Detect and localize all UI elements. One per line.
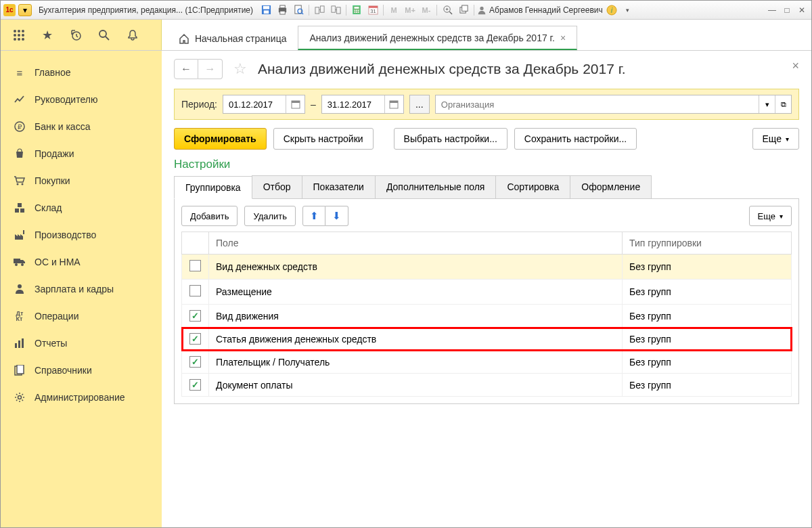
- sidebar-item-operations[interactable]: ДтКтОперации: [1, 303, 162, 330]
- grid-more-button[interactable]: Еще▾: [749, 206, 792, 226]
- sidebar-item-catalogs[interactable]: Справочники: [1, 357, 162, 384]
- svg-point-37: [18, 34, 20, 37]
- tab-filter[interactable]: Отбор: [252, 175, 302, 198]
- hide-settings-button[interactable]: Скрыть настройки: [273, 128, 374, 150]
- svg-rect-20: [358, 12, 359, 13]
- row-field: Вид денежных средств: [209, 255, 623, 280]
- svg-rect-53: [14, 259, 20, 263]
- zoom-in-icon[interactable]: [440, 3, 455, 17]
- search-icon[interactable]: [97, 28, 112, 43]
- content-close-button[interactable]: ×: [792, 59, 799, 73]
- close-window-button[interactable]: ✕: [795, 4, 809, 16]
- maximize-button[interactable]: □: [780, 4, 794, 16]
- row-type: Без групп: [623, 351, 792, 374]
- tab-sort[interactable]: Сортировка: [495, 175, 570, 198]
- row-checkbox[interactable]: ✓: [189, 379, 201, 391]
- ruble-icon: ₽: [13, 120, 26, 133]
- sidebar-item-warehouse[interactable]: Склад: [1, 194, 162, 221]
- table-row[interactable]: Вид денежных средствБез групп: [182, 255, 792, 280]
- print-icon[interactable]: [275, 3, 290, 17]
- sidebar-item-bank[interactable]: ₽Банк и касса: [1, 113, 162, 140]
- choose-settings-button[interactable]: Выбрать настройки...: [394, 128, 508, 150]
- table-row[interactable]: ✓Документ оплатыБез групп: [182, 374, 792, 397]
- period-picker-button[interactable]: ...: [409, 95, 430, 114]
- calendar-to-icon[interactable]: [384, 95, 403, 113]
- calculator-icon[interactable]: [349, 3, 364, 17]
- m-icon[interactable]: M: [386, 3, 401, 17]
- apps-icon[interactable]: [12, 28, 26, 43]
- m-plus-icon[interactable]: M+: [403, 3, 418, 17]
- organization-input[interactable]: ▾ ⧉: [435, 95, 792, 114]
- svg-rect-16: [356, 10, 357, 12]
- tab-home[interactable]: Начальная страница: [167, 26, 298, 50]
- tab-report[interactable]: Анализ движений денежных средств за Дека…: [298, 26, 577, 50]
- delete-button[interactable]: Удалить: [244, 206, 296, 226]
- sidebar-item-main[interactable]: ≡Главное: [1, 59, 162, 86]
- save-icon[interactable]: [258, 3, 273, 17]
- svg-rect-66: [390, 101, 398, 103]
- generate-button[interactable]: Сформировать: [174, 128, 267, 150]
- favorite-icon[interactable]: ★: [40, 28, 55, 43]
- date-to-input[interactable]: [321, 95, 404, 114]
- svg-point-47: [17, 183, 19, 185]
- page-title: Анализ движений денежных средств за Дека…: [258, 61, 626, 77]
- svg-rect-64: [292, 101, 300, 103]
- table-row[interactable]: ✓Статья движения денежных средствБез гру…: [182, 328, 792, 351]
- row-checkbox[interactable]: ✓: [189, 333, 201, 345]
- date-from-input[interactable]: [223, 95, 305, 114]
- sidebar-item-hr[interactable]: Зарплата и кадры: [1, 276, 162, 303]
- table-row[interactable]: ✓Плательщик / ПолучательБез групп: [182, 351, 792, 374]
- sidebar-item-manager[interactable]: Руководителю: [1, 86, 162, 113]
- nav-back-button[interactable]: ←: [174, 59, 198, 79]
- m-minus-icon[interactable]: M-: [419, 3, 434, 17]
- org-dropdown-icon[interactable]: ▾: [759, 95, 775, 113]
- windows-icon[interactable]: [456, 3, 471, 17]
- table-row[interactable]: РазмещениеБез групп: [182, 280, 792, 305]
- app-menu-dropdown[interactable]: ▾: [18, 4, 32, 16]
- info-dropdown-icon[interactable]: ▾: [621, 3, 635, 17]
- sidebar-item-purchases[interactable]: Покупки: [1, 167, 162, 194]
- add-button[interactable]: Добавить: [181, 206, 238, 226]
- svg-point-54: [15, 263, 18, 266]
- row-type: Без групп: [623, 374, 792, 397]
- tab-extra-fields[interactable]: Дополнительные поля: [375, 175, 497, 198]
- calendar-icon[interactable]: 31: [365, 3, 380, 17]
- calendar-from-icon[interactable]: [286, 95, 304, 113]
- sidebar-item-production[interactable]: Производство: [1, 221, 162, 248]
- tab-format[interactable]: Оформление: [570, 175, 652, 198]
- preview-icon[interactable]: [291, 3, 306, 17]
- table-row[interactable]: ✓Вид движенияБез групп: [182, 305, 792, 328]
- svg-point-55: [21, 263, 24, 266]
- info-icon[interactable]: i: [604, 3, 619, 17]
- svg-point-30: [480, 6, 483, 9]
- sidebar-item-sales[interactable]: Продажи: [1, 140, 162, 167]
- sidebar-item-admin[interactable]: Администрирование: [1, 384, 162, 411]
- row-checkbox[interactable]: [189, 260, 201, 271]
- bell-icon[interactable]: [125, 28, 140, 43]
- svg-point-40: [18, 38, 20, 41]
- user-label[interactable]: Абрамов Геннадий Сергеевич: [477, 5, 603, 15]
- svg-point-38: [22, 34, 24, 37]
- favorite-star-icon[interactable]: ☆: [233, 60, 247, 78]
- row-checkbox[interactable]: ✓: [189, 310, 201, 322]
- compare-in-icon[interactable]: [328, 3, 343, 17]
- svg-point-62: [18, 396, 22, 399]
- nav-forward-button[interactable]: →: [198, 59, 223, 79]
- svg-rect-29: [461, 5, 467, 11]
- row-checkbox[interactable]: [189, 285, 201, 296]
- tab-grouping[interactable]: Группировка: [174, 176, 252, 199]
- history-icon[interactable]: [68, 28, 83, 43]
- more-button[interactable]: Еще▾: [752, 128, 800, 150]
- save-settings-button[interactable]: Сохранить настройки...: [514, 128, 637, 150]
- row-checkbox[interactable]: ✓: [189, 356, 201, 368]
- tab-indicators[interactable]: Показатели: [302, 175, 376, 198]
- sidebar-item-reports[interactable]: Отчеты: [1, 330, 162, 357]
- tab-close-icon[interactable]: ×: [560, 32, 566, 43]
- minimize-button[interactable]: —: [765, 4, 779, 16]
- person-icon: [13, 282, 26, 296]
- move-down-button[interactable]: ⬇: [325, 206, 348, 226]
- compare-out-icon[interactable]: [312, 3, 327, 17]
- move-up-button[interactable]: ⬆: [302, 206, 325, 226]
- sidebar-item-assets[interactable]: ОС и НМА: [1, 248, 162, 276]
- org-open-icon[interactable]: ⧉: [775, 95, 791, 113]
